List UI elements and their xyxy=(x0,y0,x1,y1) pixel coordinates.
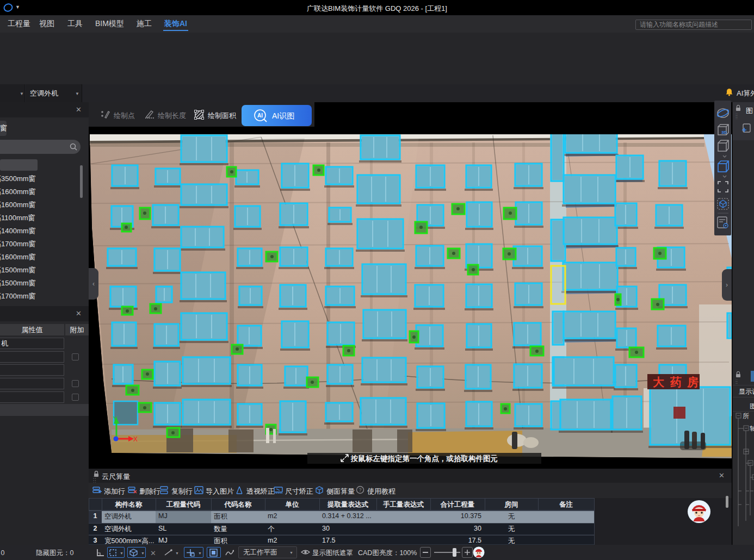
svg-text:3D: 3D xyxy=(721,130,727,135)
svg-text:药: 药 xyxy=(670,376,682,388)
svg-text:X: X xyxy=(133,435,138,443)
svg-text:所: 所 xyxy=(743,412,749,420)
svg-text:?: ? xyxy=(359,487,361,493)
svg-text:房: 房 xyxy=(687,376,699,388)
svg-text:AI: AI xyxy=(257,113,263,119)
svg-text:大: 大 xyxy=(653,376,664,388)
svg-text:Y: Y xyxy=(113,415,118,423)
svg-text:轴: 轴 xyxy=(750,425,754,432)
